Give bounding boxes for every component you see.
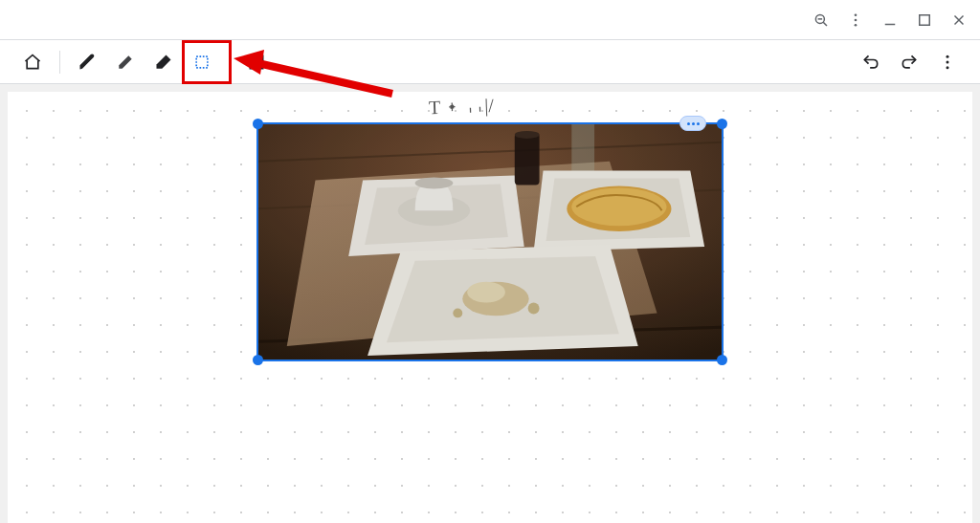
divider xyxy=(229,51,230,74)
main-toolbar xyxy=(0,40,980,84)
select-tool-button[interactable] xyxy=(183,43,221,81)
svg-rect-7 xyxy=(920,14,930,25)
redo-button[interactable] xyxy=(890,43,928,81)
svg-rect-11 xyxy=(250,55,262,68)
divider xyxy=(59,51,60,74)
home-button[interactable] xyxy=(13,43,52,81)
svg-point-3 xyxy=(855,13,858,16)
image-more-menu-button[interactable] xyxy=(679,116,706,131)
insert-image-button[interactable] xyxy=(237,43,276,81)
resize-handle-bottom-left[interactable] xyxy=(253,355,263,365)
svg-point-13 xyxy=(947,60,949,63)
window-titlebar xyxy=(0,0,980,40)
svg-rect-10 xyxy=(196,56,208,68)
handwriting-scribble: T᠂ ˌˌ|/ xyxy=(429,95,495,119)
close-icon[interactable] xyxy=(946,7,972,33)
highlighter-tool-button[interactable] xyxy=(106,43,145,81)
resize-handle-bottom-right[interactable] xyxy=(717,355,727,365)
resize-handle-top-left[interactable] xyxy=(253,119,263,129)
svg-line-1 xyxy=(823,22,827,26)
canvas-area: T᠂ ˌˌ|/ xyxy=(0,84,980,523)
undo-button[interactable] xyxy=(852,43,890,81)
drawing-canvas[interactable]: T᠂ ˌˌ|/ xyxy=(8,92,972,523)
eraser-tool-button[interactable] xyxy=(145,43,183,81)
minimize-icon[interactable] xyxy=(877,7,903,33)
svg-point-12 xyxy=(947,54,949,57)
svg-point-5 xyxy=(855,23,858,26)
image-content xyxy=(258,124,722,360)
selected-image[interactable] xyxy=(256,122,724,361)
pen-tool-button[interactable] xyxy=(68,43,106,81)
svg-point-14 xyxy=(947,66,949,69)
resize-handle-top-right[interactable] xyxy=(717,119,727,129)
zoom-out-icon[interactable] xyxy=(808,7,835,33)
more-tools-icon[interactable] xyxy=(928,43,967,81)
maximize-icon[interactable] xyxy=(911,7,938,33)
kebab-menu-icon[interactable] xyxy=(842,7,869,33)
svg-point-4 xyxy=(855,18,858,21)
svg-rect-41 xyxy=(258,124,722,360)
